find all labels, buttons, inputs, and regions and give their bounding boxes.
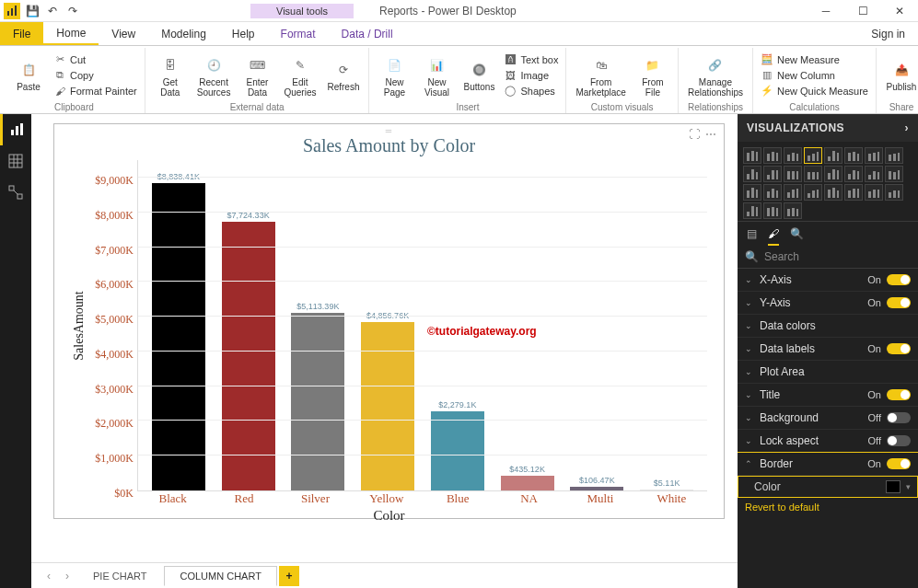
file-tab[interactable]: File [0, 22, 43, 45]
viz-type-2[interactable] [784, 147, 802, 164]
viz-type-23[interactable] [885, 184, 903, 201]
chart-visual[interactable]: ═ ⛶ ⋯ Sales Amount by Color SalesAmount … [53, 123, 725, 519]
maximize-button[interactable]: ☐ [844, 0, 881, 22]
bar-na[interactable]: $435.12K [493, 465, 563, 490]
recent-sources-button[interactable]: 🕘Recent Sources [193, 52, 235, 99]
revert-to-default[interactable]: Revert to default [738, 498, 918, 520]
format-lockaspect[interactable]: ⌄Lock aspectOff [738, 430, 918, 453]
format-datacolors[interactable]: ⌄Data colors [738, 315, 918, 338]
viz-type-0[interactable] [743, 147, 761, 164]
format-painter-button[interactable]: 🖌Format Painter [52, 84, 139, 98]
report-view-button[interactable] [0, 114, 31, 145]
toggle-background[interactable] [887, 412, 911, 423]
format-background[interactable]: ⌄BackgroundOff [738, 407, 918, 430]
format-border[interactable]: ⌃BorderOn [738, 453, 918, 476]
search-row[interactable]: 🔍 Search [738, 246, 918, 269]
bar-white[interactable]: $5.11K [632, 478, 702, 490]
viz-type-20[interactable] [824, 184, 842, 201]
viz-type-21[interactable] [844, 184, 863, 201]
bar-silver[interactable]: $5,113.39K [284, 302, 354, 490]
format-tab[interactable]: Format [268, 22, 329, 45]
bar-blue[interactable]: $2,279.1K [423, 400, 493, 490]
viz-type-19[interactable] [804, 184, 822, 201]
add-sheet-button[interactable]: + [279, 566, 299, 586]
viz-type-5[interactable] [844, 147, 863, 164]
shapes-button[interactable]: ◯Shapes [502, 84, 560, 98]
border-color-swatch[interactable] [886, 480, 901, 493]
edit-queries-button[interactable]: ✎Edit Queries [280, 52, 320, 99]
home-tab[interactable]: Home [43, 22, 99, 45]
viz-type-10[interactable] [784, 166, 802, 182]
format-tab-icon[interactable]: 🖌 [768, 227, 779, 246]
cut-button[interactable]: ✂Cut [52, 52, 139, 67]
minimize-button[interactable]: ─ [808, 0, 844, 22]
viz-type-9[interactable] [763, 166, 782, 182]
textbox-button[interactable]: 🅰Text box [502, 52, 560, 67]
analytics-tab-icon[interactable]: 🔍 [790, 227, 804, 246]
undo-icon[interactable]: ↶ [44, 3, 61, 19]
datadrill-tab[interactable]: Data / Drill [329, 22, 406, 45]
view-tab[interactable]: View [99, 22, 148, 45]
format-plotarea[interactable]: ⌄Plot Area [738, 361, 918, 384]
bar-black[interactable]: $8,838.41K [144, 172, 214, 490]
copy-button[interactable]: ⧉Copy [52, 68, 139, 83]
publish-button[interactable]: 📤Publish [882, 56, 918, 94]
viz-type-12[interactable] [824, 166, 842, 182]
new-quick-measure-button[interactable]: ⚡New Quick Measure [759, 84, 870, 98]
viz-type-22[interactable] [865, 184, 883, 201]
data-view-button[interactable] [0, 145, 31, 177]
toggle-lockaspect[interactable] [887, 435, 911, 446]
model-view-button[interactable] [0, 177, 31, 208]
viz-type-24[interactable] [743, 202, 761, 219]
signin-link[interactable]: Sign in [858, 22, 918, 45]
refresh-button[interactable]: ⟳Refresh [323, 56, 363, 94]
from-marketplace-button[interactable]: 🛍From Marketplace [572, 52, 629, 99]
toggle-yaxis[interactable] [887, 297, 911, 308]
help-tab[interactable]: Help [219, 22, 268, 45]
viz-type-15[interactable] [885, 166, 903, 182]
format-title[interactable]: ⌄TitleOn [738, 384, 918, 407]
focus-mode-icon[interactable]: ⛶ [689, 128, 700, 141]
buttons-button[interactable]: 🔘Buttons [459, 56, 498, 94]
viz-type-7[interactable] [885, 147, 903, 164]
viz-type-17[interactable] [763, 184, 782, 201]
prev-sheet-button[interactable]: ‹ [41, 568, 57, 584]
getdata-button[interactable]: 🗄Get Data [151, 52, 190, 99]
toggle-title[interactable] [887, 389, 911, 400]
viz-type-18[interactable] [784, 184, 802, 201]
new-visual-button[interactable]: 📊New Visual [417, 52, 456, 99]
viz-type-4[interactable] [824, 147, 842, 164]
viz-type-25[interactable] [763, 202, 782, 219]
sheet-tab-pie[interactable]: PIE CHART [77, 566, 162, 586]
toggle-datalabels[interactable] [887, 343, 911, 354]
viz-type-6[interactable] [865, 147, 883, 164]
close-button[interactable]: ✕ [881, 0, 918, 22]
viz-type-14[interactable] [865, 166, 883, 182]
search-input[interactable]: Search [764, 250, 799, 263]
viz-type-1[interactable] [763, 147, 782, 164]
visualizations-header[interactable]: VISUALIZATIONS › [738, 114, 918, 142]
viz-type-3[interactable] [804, 147, 822, 164]
viz-type-26[interactable] [784, 202, 802, 219]
bar-yellow[interactable]: $4,856.76K [353, 311, 423, 490]
new-column-button[interactable]: ▥New Column [759, 68, 870, 83]
format-xaxis[interactable]: ⌄X-AxisOn [738, 269, 918, 292]
format-yaxis[interactable]: ⌄Y-AxisOn [738, 292, 918, 315]
toggle-border[interactable] [887, 458, 911, 469]
viz-type-13[interactable] [844, 166, 863, 182]
modeling-tab[interactable]: Modeling [148, 22, 219, 45]
redo-icon[interactable]: ↷ [64, 3, 81, 19]
more-options-icon[interactable]: ⋯ [705, 128, 716, 141]
chevron-down-icon[interactable]: ▾ [906, 482, 911, 491]
image-button[interactable]: 🖼Image [502, 68, 560, 83]
drag-handle-icon[interactable]: ═ [386, 126, 392, 135]
viz-type-11[interactable] [804, 166, 822, 182]
paste-button[interactable]: 📋 Paste [9, 56, 48, 94]
sheet-tab-column[interactable]: COLUMN CHART [164, 566, 276, 586]
viz-type-8[interactable] [743, 166, 761, 182]
format-datalabels[interactable]: ⌄Data labelsOn [738, 338, 918, 361]
new-page-button[interactable]: 📄New Page [375, 52, 413, 99]
enter-data-button[interactable]: ⌨Enter Data [238, 52, 276, 99]
manage-relationships-button[interactable]: 🔗Manage Relationships [684, 52, 747, 99]
from-file-button[interactable]: 📁From File [633, 52, 672, 99]
